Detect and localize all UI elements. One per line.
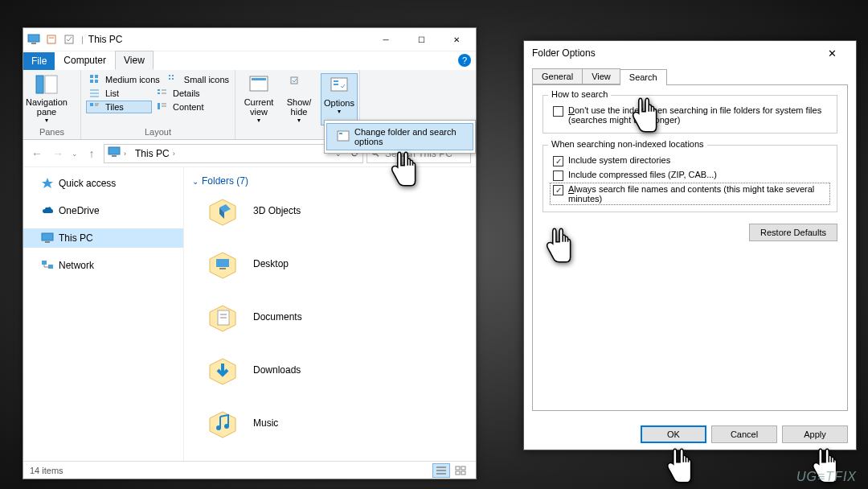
large-icons-view-icon[interactable] — [452, 463, 469, 478]
svg-rect-45 — [219, 268, 226, 269]
folder-item[interactable]: Downloads — [192, 349, 468, 402]
list-icon — [89, 88, 102, 99]
apply-button[interactable]: Apply — [782, 425, 848, 443]
star-icon — [41, 177, 54, 190]
tiles-button[interactable]: Tiles — [86, 101, 152, 113]
svg-rect-2 — [47, 35, 55, 43]
checkbox-checked-icon: ✓ — [553, 185, 563, 195]
svg-rect-12 — [172, 75, 174, 76]
nav-network[interactable]: Network — [23, 256, 183, 275]
chevron-right-icon[interactable]: › — [173, 150, 181, 158]
svg-rect-10 — [95, 80, 98, 83]
close-button[interactable]: ✕ — [439, 28, 474, 51]
nav-quick-access[interactable]: Quick access — [23, 174, 183, 193]
titlebar[interactable]: | This PC ─ ☐ ✕ — [23, 28, 476, 51]
small-icons-button[interactable]: Small icons — [165, 73, 232, 86]
checkbox-icon — [553, 171, 563, 181]
navigation-pane-button[interactable]: Navigation pane▾ — [28, 73, 65, 125]
dont-use-index-option[interactable]: Don't use the index when searching in fi… — [550, 104, 830, 126]
computer-tab[interactable]: Computer — [55, 51, 115, 70]
svg-rect-22 — [90, 103, 93, 106]
include-compressed-option[interactable]: Include compressed files (ZIP, CAB...) — [550, 168, 830, 183]
qat-properties-icon[interactable] — [45, 33, 58, 46]
svg-rect-9 — [90, 80, 93, 83]
svg-rect-34 — [338, 131, 349, 141]
search-tab-panel: How to search Don't use the index when s… — [532, 84, 848, 411]
qat-checkbox-icon[interactable] — [63, 33, 76, 46]
network-icon — [41, 259, 54, 272]
ribbon-tabs: File Computer View ? — [23, 51, 476, 70]
include-system-option[interactable]: ✓ Include system directories — [550, 154, 830, 168]
desktop-icon — [205, 246, 240, 281]
chevron-right-icon[interactable]: › — [124, 150, 132, 158]
minimize-button[interactable]: ─ — [368, 28, 403, 51]
up-button[interactable]: ↑ — [83, 145, 100, 162]
svg-rect-18 — [158, 89, 160, 91]
svg-rect-38 — [42, 233, 53, 240]
dialog-buttons: OK Cancel Apply — [524, 419, 856, 450]
svg-rect-6 — [45, 76, 57, 93]
dialog-titlebar[interactable]: Folder Options ✕ — [524, 41, 856, 65]
nav-this-pc[interactable]: This PC — [23, 228, 183, 248]
folder-item[interactable]: Music — [192, 402, 468, 455]
tab-general[interactable]: General — [532, 68, 583, 84]
folder-item[interactable]: Desktop — [192, 243, 468, 296]
always-search-contents-option[interactable]: ✓ Always search file names and contents … — [550, 183, 830, 205]
svg-rect-32 — [334, 80, 338, 82]
nav-onedrive[interactable]: OneDrive — [23, 201, 183, 220]
restore-defaults-button[interactable]: Restore Defaults — [749, 224, 837, 241]
this-pc-icon — [27, 33, 40, 46]
file-tab[interactable]: File — [23, 52, 55, 70]
svg-rect-61 — [456, 471, 460, 475]
list-button[interactable]: List — [86, 87, 152, 100]
svg-rect-37 — [112, 155, 117, 157]
medium-icons-button[interactable]: Medium icons — [86, 73, 163, 86]
dialog-close-button[interactable]: ✕ — [816, 42, 848, 64]
change-folder-options-item[interactable]: Change folder and search options — [326, 123, 473, 150]
folder-item[interactable]: 3D Objects — [192, 190, 468, 243]
folder-item[interactable]: Pictures — [192, 455, 468, 461]
details-button[interactable]: Details — [154, 87, 203, 100]
content-button[interactable]: Content — [154, 101, 207, 113]
folders-group-header[interactable]: ⌄ Folders (7) — [192, 172, 468, 190]
show-hide-button[interactable]: Show/ hide▾ — [280, 73, 317, 125]
tiles-icon — [89, 101, 102, 113]
svg-rect-20 — [158, 92, 160, 94]
svg-rect-8 — [95, 75, 98, 78]
maximize-button[interactable]: ☐ — [403, 28, 439, 51]
svg-rect-39 — [45, 241, 50, 243]
group-title: How to search — [548, 89, 611, 99]
group-title: When searching non-indexed locations — [548, 139, 707, 149]
layout-group-label: Layout — [86, 125, 230, 138]
history-dropdown[interactable]: ⌄ — [70, 145, 80, 162]
3d-objects-icon — [205, 193, 240, 228]
details-view-icon[interactable] — [432, 463, 450, 478]
folder-item[interactable]: Documents — [192, 296, 468, 349]
qat-dropdown-icon[interactable]: | — [81, 35, 84, 44]
svg-rect-0 — [28, 35, 39, 42]
help-icon[interactable]: ? — [458, 54, 471, 67]
dialog-tabs: General View Search — [532, 68, 848, 84]
content-pane[interactable]: ⌄ Folders (7) 3D Objects Desktop Documen… — [184, 167, 476, 461]
dialog-title: Folder Options — [532, 47, 596, 59]
forward-button[interactable]: → — [49, 145, 67, 162]
cancel-button[interactable]: Cancel — [711, 425, 777, 443]
folder-options-icon — [337, 130, 350, 143]
tab-view[interactable]: View — [582, 68, 620, 84]
navigation-pane: Quick access OneDrive This PC Network — [23, 167, 184, 461]
checkbox-checked-icon: ✓ — [553, 156, 563, 166]
view-tab[interactable]: View — [115, 51, 154, 70]
music-icon — [205, 405, 240, 441]
tab-search[interactable]: Search — [620, 69, 667, 85]
svg-rect-62 — [461, 471, 465, 475]
status-bar: 14 items — [23, 461, 476, 479]
checkbox-icon — [553, 106, 563, 117]
svg-rect-13 — [169, 78, 170, 80]
nav-pane-icon — [35, 75, 58, 97]
downloads-icon — [205, 352, 240, 388]
back-button[interactable]: ← — [28, 145, 46, 162]
ok-button[interactable]: OK — [641, 425, 706, 443]
current-view-button[interactable]: Current view▾ — [240, 73, 277, 125]
options-button[interactable]: Options ▾ — [321, 73, 358, 125]
documents-icon — [205, 299, 240, 335]
